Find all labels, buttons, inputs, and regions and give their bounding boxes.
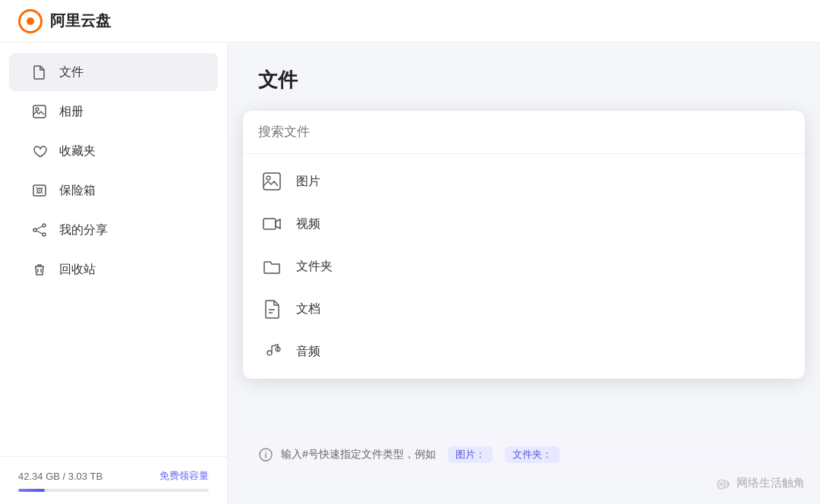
main-layout: 文件 相册 收藏	[0, 43, 820, 504]
search-type-audio[interactable]: 音频	[243, 330, 805, 373]
image-type-icon	[261, 171, 282, 192]
search-type-label-image: 图片	[296, 174, 320, 190]
storage-text: 42.34 GB / 3.03 TB	[18, 471, 102, 482]
svg-rect-8	[263, 173, 280, 190]
storage-fill	[18, 489, 45, 492]
svg-point-16	[718, 480, 725, 489]
sidebar-item-favorites[interactable]: 收藏夹	[9, 132, 218, 170]
trash-icon	[30, 260, 49, 279]
storage-free-link[interactable]: 免费领容量	[159, 469, 209, 483]
hint-bar: 输入#号快速指定文件类型，例如 图片： 文件夹：	[243, 436, 805, 474]
file-icon	[30, 63, 49, 81]
search-type-label-document: 文档	[296, 301, 320, 317]
watermark-text: 网络生活触角	[736, 476, 805, 490]
folder-type-icon	[261, 256, 282, 277]
vault-icon	[30, 181, 49, 200]
sidebar-label-album: 相册	[59, 104, 84, 120]
search-type-list: 图片 视频	[243, 154, 805, 379]
sidebar-label-share: 我的分享	[59, 222, 108, 238]
search-type-video[interactable]: 视频	[243, 203, 805, 245]
logo-text: 阿里云盘	[50, 11, 111, 31]
search-dropdown: 图片 视频	[243, 111, 805, 379]
sidebar-footer: 42.34 GB / 3.03 TB 免费领容量	[0, 456, 227, 504]
sidebar-label-favorites: 收藏夹	[59, 143, 96, 159]
sidebar-item-vault[interactable]: 保险箱	[9, 172, 218, 209]
document-type-icon	[261, 298, 282, 320]
sidebar-label-vault: 保险箱	[59, 183, 96, 199]
search-type-document[interactable]: 文档	[243, 288, 805, 330]
search-type-label-video: 视频	[296, 216, 320, 232]
svg-point-4	[39, 190, 40, 191]
search-type-image[interactable]: 图片	[243, 160, 805, 203]
svg-point-7	[33, 228, 36, 232]
svg-point-15	[265, 452, 266, 453]
search-type-folder[interactable]: 文件夹	[243, 245, 805, 288]
audio-type-icon	[261, 341, 282, 362]
hint-tag-image[interactable]: 图片：	[448, 446, 493, 463]
search-type-label-audio: 音频	[296, 344, 320, 360]
svg-point-5	[43, 224, 46, 227]
storage-info: 42.34 GB / 3.03 TB 免费领容量	[18, 469, 209, 483]
svg-point-6	[43, 233, 46, 236]
search-input[interactable]	[258, 124, 790, 140]
watermark: 网络生活触角	[715, 476, 805, 490]
sidebar-item-files[interactable]: 文件	[9, 53, 218, 91]
svg-point-1	[36, 108, 39, 111]
svg-rect-0	[33, 106, 46, 118]
search-input-row[interactable]	[243, 111, 805, 154]
sidebar: 文件 相册 收藏	[0, 43, 228, 504]
logo-icon	[18, 9, 43, 33]
sidebar-item-share[interactable]: 我的分享	[9, 211, 218, 249]
svg-point-9	[266, 176, 270, 180]
svg-rect-10	[263, 219, 276, 229]
sidebar-item-album[interactable]: 相册	[9, 93, 218, 131]
page-title: 文件	[258, 67, 790, 93]
album-icon	[30, 102, 49, 121]
storage-bar	[18, 489, 209, 492]
hint-text: 输入#号快速指定文件类型，例如	[281, 448, 436, 461]
hint-tag-folder[interactable]: 文件夹：	[505, 446, 560, 463]
svg-point-17	[720, 483, 723, 486]
video-type-icon	[261, 213, 282, 235]
sidebar-item-trash[interactable]: 回收站	[9, 250, 218, 288]
search-type-label-folder: 文件夹	[296, 259, 333, 275]
share-icon	[30, 221, 49, 239]
sidebar-nav: 文件 相册 收藏	[0, 43, 227, 456]
sidebar-label-trash: 回收站	[59, 262, 96, 278]
info-icon	[258, 447, 273, 462]
sidebar-label-files: 文件	[59, 65, 84, 80]
heart-icon	[30, 142, 49, 160]
content-area: 文件 名...	[228, 43, 820, 504]
header: 阿里云盘	[0, 0, 820, 43]
